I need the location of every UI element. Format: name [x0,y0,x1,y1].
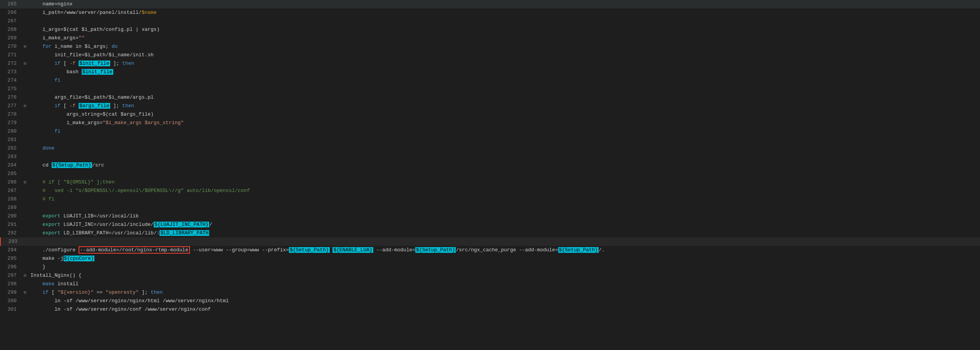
line-content: fi [29,76,980,85]
line-content: init_file=$i_path/$i_name/init.sh [29,51,980,59]
line-number: 291 [0,220,21,229]
table-row: 289 [0,204,980,212]
line-number: 280 [0,127,21,136]
table-row: 298 make install [0,280,980,288]
line-number: 287 [0,187,21,195]
table-row: 291 export LUAJIT_INC=/usr/local/include… [0,220,980,229]
line-content: cd ${Setup_Path}/src [29,161,980,170]
table-row: 286 ⊟ # if [ "${GMSSL}" ];then [0,178,980,187]
table-row: 284 cd ${Setup_Path}/src [0,161,980,170]
line-number: 298 [0,280,21,288]
line-number: 293 [1,237,22,246]
table-row: 271 init_file=$i_path/$i_name/init.sh [0,51,980,59]
line-content: i_args=$(cat $i_path/config.pl | xargs) [29,25,980,34]
line-content: ./configure --add-module=/root/nginx-rtm… [29,246,980,254]
line-number: 289 [0,204,21,212]
table-row: 273 bash $init_file [0,68,980,76]
table-row: 280 fi [0,127,980,136]
table-row: 283 [0,153,980,161]
fold-indicator[interactable]: ⊟ [21,42,29,51]
line-number: 277 [0,102,21,110]
line-content: # if [ "${GMSSL}" ];then [29,178,980,187]
fold-indicator[interactable]: ⊟ [21,102,29,110]
table-row: 288 # fi [0,195,980,204]
line-content: export LUAJIT_INC=/usr/local/include/${L… [29,220,980,229]
table-row: 285 [0,170,980,178]
code-editor: 265 name=nginx 266 i_path=/www/server/pa… [0,0,980,350]
fold-indicator[interactable]: ⊟ [21,178,29,187]
table-row: 276 args_file=$i_path/$i_name/args.pl [0,93,980,102]
line-content: ln -sf /www/server/nginx/nginx/html /www… [29,297,980,305]
table-row: 296 } [0,263,980,271]
line-number: 301 [0,305,21,314]
line-number: 281 [0,136,21,144]
line-content: fi [29,127,980,136]
line-content: for i_name in $i_args; do [29,42,980,51]
line-number: 283 [0,153,21,161]
line-number: 288 [0,195,21,204]
table-row: 269 i_make_args="" [0,34,980,42]
line-number: 284 [0,161,21,170]
line-content: ln -sf /www/server/nginx/conf /www/serve… [29,305,980,314]
line-content: done [29,144,980,153]
table-row: 277 ⊟ if [ -f $args_file ]; then [0,102,980,110]
line-content: Install_Nginx() { [29,271,980,280]
table-row: 287 # sed -i "s/$OPENSSL\/.openssl\/$OPE… [0,187,980,195]
line-content: make -j${cpuCore} [29,254,980,263]
fold-indicator[interactable]: ⊟ [21,288,29,297]
line-number: 278 [0,110,21,119]
table-row: 292 export LD_LIBRARY_PATH=/usr/local/li… [0,229,980,237]
line-number: 272 [0,59,21,68]
table-row: 268 i_args=$(cat $i_path/config.pl | xar… [0,25,980,34]
line-number: 274 [0,76,21,85]
line-number: 271 [0,51,21,59]
table-row: 272 ⊟ if [ -f $init_file ]; then [0,59,980,68]
line-number: 300 [0,297,21,305]
table-row: 295 make -j${cpuCore} [0,254,980,263]
line-content: if [ -f $args_file ]; then [29,102,980,110]
table-row: 290 export LUAJIT_LIB=/usr/local/lib [0,212,980,220]
line-number: 296 [0,263,21,271]
line-content: } [29,263,980,271]
line-number: 269 [0,34,21,42]
table-row: 281 [0,136,980,144]
line-number: 266 [0,8,21,17]
table-row: 270 ⊟ for i_name in $i_args; do [0,42,980,51]
line-content: bash $init_file [29,68,980,76]
fold-indicator[interactable]: ⊟ [21,271,29,280]
table-row: 266 i_path=/www/server/panel/install/$na… [0,8,980,17]
line-number: 270 [0,42,21,51]
line-number: 275 [0,85,21,93]
table-row: 282 done [0,144,980,153]
line-number: 299 [0,288,21,297]
line-number: 297 [0,271,21,280]
table-row: 300 ln -sf /www/server/nginx/nginx/html … [0,297,980,305]
line-content: args_file=$i_path/$i_name/args.pl [29,93,980,102]
table-row: 265 name=nginx [0,0,980,8]
table-row: 274 fi [0,76,980,85]
fold-indicator[interactable]: ⊟ [21,59,29,68]
line-content: make install [29,280,980,288]
line-content: i_make_args="" [29,34,980,42]
line-number: 285 [0,170,21,178]
line-content: # fi [29,195,980,204]
line-content: export LUAJIT_LIB=/usr/local/lib [29,212,980,220]
table-row: 293 [0,237,980,246]
line-content: name=nginx [29,0,980,8]
table-row: 279 i_make_args="$i_make_args $args_stri… [0,119,980,127]
line-number: 279 [0,119,21,127]
table-row: 278 args_string=$(cat $args_file) [0,110,980,119]
line-content: i_make_args="$i_make_args $args_string" [29,119,980,127]
line-number: 286 [0,178,21,187]
table-row: 294 ./configure --add-module=/root/nginx… [0,246,980,254]
line-number: 295 [0,254,21,263]
line-number: 290 [0,212,21,220]
line-content: if [ "${version}" == "openresty" ]; then [29,288,980,297]
line-content: # sed -i "s/$OPENSSL\/.openssl\/$OPENSSL… [29,187,980,195]
line-number: 273 [0,68,21,76]
line-content: i_path=/www/server/panel/install/$name [29,8,980,17]
line-number: 294 [0,246,21,254]
line-number: 265 [0,0,21,8]
table-row: 297 ⊟ Install_Nginx() { [0,271,980,280]
table-row: 275 [0,85,980,93]
